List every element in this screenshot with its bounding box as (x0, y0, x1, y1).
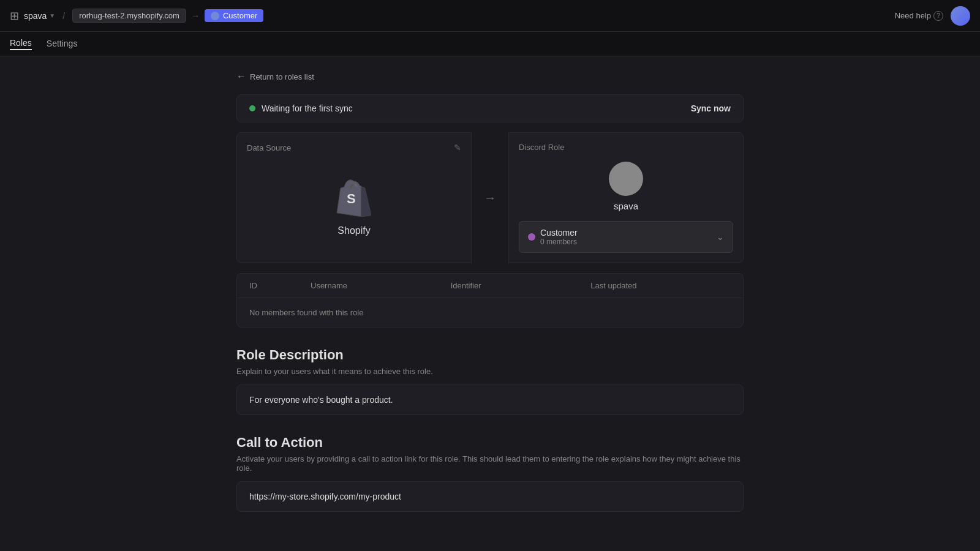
call-to-action-subtitle: Activate your users by providing a call … (236, 454, 744, 473)
shopify-icon: S (334, 179, 374, 218)
role-pill[interactable]: Customer 0 members ⌄ (519, 221, 733, 253)
discord-role-card-title: Discord Role (519, 143, 564, 152)
back-link-label: Return to roles list (250, 72, 314, 81)
table-header: ID Username Identifier Last updated (237, 274, 743, 298)
subnav: Roles Settings (0, 32, 980, 56)
table-col-last-updated: Last updated (590, 281, 731, 290)
arrow-connector: → (472, 132, 508, 263)
help-circle-icon: ? (933, 11, 943, 21)
need-help-label: Need help (895, 11, 931, 20)
sync-status: Waiting for the first sync (249, 103, 353, 113)
sync-now-button[interactable]: Sync now (691, 103, 731, 113)
role-description-section: Role Description Explain to your users w… (236, 347, 744, 415)
sync-status-dot-icon (249, 105, 255, 111)
breadcrumb-sep-1: / (62, 11, 65, 21)
call-to-action-title: Call to Action (236, 435, 744, 451)
breadcrumb-current-label: Customer (223, 11, 257, 20)
grid-icon: ⊞ (10, 9, 19, 23)
breadcrumb-source[interactable]: rorhug-test-2.myshopify.com (72, 9, 186, 23)
data-source-card: Data Source ✎ S Shopify (236, 132, 472, 263)
role-description-title: Role Description (236, 347, 744, 363)
table-empty-message: No members found with this role (237, 298, 743, 327)
back-link[interactable]: ← Return to roles list (236, 71, 744, 82)
topbar: ⊞ spava ▼ / rorhug-test-2.myshopify.com … (0, 0, 980, 32)
table-col-username: Username (311, 281, 451, 290)
cards-row: Data Source ✎ S Shopify → Dis (236, 132, 744, 263)
role-color-dot-icon (528, 233, 535, 241)
need-help-button[interactable]: Need help ? (895, 11, 943, 21)
workspace-name: spava (24, 11, 47, 21)
breadcrumb-arrow-icon: → (191, 11, 200, 21)
svg-text:S: S (347, 191, 356, 206)
role-pill-members: 0 members (540, 238, 578, 246)
data-source-card-title: Data Source (247, 143, 291, 152)
role-dropdown-chevron-icon: ⌄ (717, 232, 724, 242)
discord-badge-icon (211, 12, 219, 20)
breadcrumb-current[interactable]: Customer (205, 9, 263, 22)
topbar-right: Need help ? (895, 6, 970, 26)
workspace-selector[interactable]: spava ▼ (24, 11, 55, 21)
user-avatar[interactable] (951, 6, 970, 26)
discord-role-card: Discord Role spava Customer 0 members ⌄ (508, 132, 744, 263)
call-to-action-section: Call to Action Activate your users by pr… (236, 435, 744, 512)
main-content: ← Return to roles list Waiting for the f… (227, 56, 753, 546)
topbar-left: ⊞ spava ▼ / rorhug-test-2.myshopify.com … (10, 9, 263, 23)
role-description-value[interactable]: For everyone who's bought a product. (236, 384, 744, 415)
role-pill-left: Customer 0 members (528, 228, 578, 246)
server-name: spava (614, 201, 638, 211)
role-pill-name: Customer (540, 228, 578, 238)
discord-role-card-header: Discord Role (519, 143, 733, 152)
sync-status-text: Waiting for the first sync (262, 103, 353, 113)
table-col-identifier: Identifier (451, 281, 591, 290)
connector-arrow-icon: → (484, 191, 496, 205)
role-pill-info: Customer 0 members (540, 228, 578, 246)
sync-banner: Waiting for the first sync Sync now (236, 94, 744, 122)
data-source-name: Shopify (337, 225, 370, 236)
role-description-subtitle: Explain to your users what it means to a… (236, 367, 744, 376)
subnav-settings[interactable]: Settings (47, 39, 78, 50)
table-col-id: ID (249, 281, 311, 290)
subnav-roles[interactable]: Roles (10, 38, 32, 50)
members-table: ID Username Identifier Last updated No m… (236, 273, 744, 328)
call-to-action-value[interactable]: https://my-store.shopify.com/my-product (236, 481, 744, 512)
data-source-card-content: S Shopify (247, 162, 461, 253)
workspace-caret-icon: ▼ (49, 12, 55, 19)
server-avatar (609, 162, 643, 196)
data-source-edit-icon[interactable]: ✎ (454, 143, 461, 152)
discord-server-info: spava (519, 162, 733, 211)
data-source-card-header: Data Source ✎ (247, 143, 461, 152)
back-arrow-icon: ← (236, 71, 246, 82)
